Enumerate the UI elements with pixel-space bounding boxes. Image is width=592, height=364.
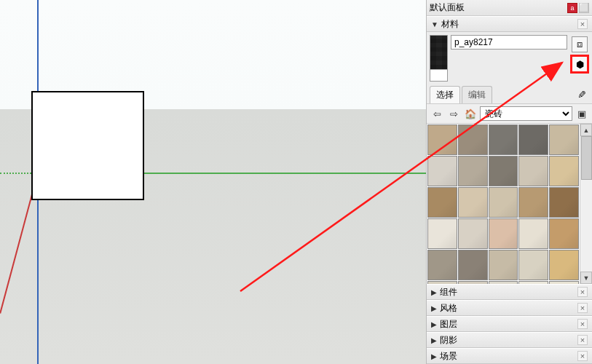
panel-close-button[interactable]: × bbox=[577, 303, 588, 313]
tray-title: 默认面板 bbox=[430, 1, 465, 14]
tab-select[interactable]: 选择 bbox=[430, 86, 460, 103]
panel-close-button[interactable]: × bbox=[577, 19, 588, 29]
scrollbar[interactable]: ▲ ▼ bbox=[580, 124, 592, 284]
panel-header-collapsed[interactable]: ▶ 图层 × bbox=[427, 316, 592, 332]
nav-forward-button[interactable]: ⇨ bbox=[446, 106, 461, 121]
nav-back-button[interactable]: ⇦ bbox=[430, 106, 444, 121]
collapse-icon: ▶ bbox=[431, 320, 437, 328]
panel-close-button[interactable]: × bbox=[577, 287, 588, 297]
material-swatch[interactable] bbox=[427, 124, 457, 155]
viewport-3d[interactable] bbox=[0, 0, 426, 364]
material-swatch-grid bbox=[427, 124, 580, 284]
eyedropper-icon: ✎ bbox=[577, 89, 586, 100]
collapse-icon: ▶ bbox=[431, 288, 437, 296]
nav-home-button[interactable]: 🏠 bbox=[463, 106, 478, 121]
tab-edit[interactable]: 编辑 bbox=[462, 86, 492, 103]
material-swatch[interactable] bbox=[549, 218, 579, 249]
material-swatch[interactable] bbox=[549, 124, 579, 155]
cube-icon: ⧈ bbox=[577, 39, 583, 50]
material-swatch[interactable] bbox=[427, 218, 457, 249]
scroll-thumb[interactable] bbox=[581, 136, 592, 180]
material-swatch[interactable] bbox=[458, 250, 488, 280]
material-swatch[interactable] bbox=[489, 218, 518, 249]
home-icon: 🏠 bbox=[465, 108, 476, 119]
pin-button[interactable]: a bbox=[567, 3, 577, 13]
material-swatch[interactable] bbox=[518, 250, 548, 280]
panel-title: 组件 bbox=[440, 286, 457, 298]
panel-header-collapsed[interactable]: ▶ 阴影 × bbox=[427, 332, 592, 348]
forward-icon: ⇨ bbox=[450, 108, 458, 119]
material-swatch[interactable] bbox=[489, 187, 518, 218]
material-swatch[interactable] bbox=[427, 187, 457, 218]
material-swatch[interactable] bbox=[489, 124, 518, 155]
add-to-model-button[interactable]: ⧈ bbox=[572, 36, 588, 52]
material-swatch[interactable] bbox=[549, 156, 579, 186]
material-swatch[interactable] bbox=[518, 187, 548, 218]
panel-title: 图层 bbox=[440, 318, 457, 331]
eyedropper-button[interactable]: ✎ bbox=[575, 87, 589, 102]
panel-header-collapsed[interactable]: ▶ 场景 × bbox=[427, 348, 592, 364]
material-swatch[interactable] bbox=[518, 156, 548, 186]
current-material-preview[interactable] bbox=[430, 35, 448, 82]
panel-header-collapsed[interactable]: ▶ 组件 × bbox=[427, 284, 592, 300]
material-swatch[interactable] bbox=[549, 187, 579, 218]
category-select[interactable]: 瓷砖 bbox=[480, 106, 572, 121]
detail-icon: ▣ bbox=[577, 108, 586, 119]
expand-icon: ▼ bbox=[431, 20, 438, 28]
panel-close-button[interactable]: × bbox=[577, 351, 588, 361]
maximize-button[interactable]: ⬜ bbox=[579, 3, 589, 13]
panel-close-button[interactable]: × bbox=[577, 335, 588, 345]
material-swatch[interactable] bbox=[427, 250, 457, 280]
panel-title: 材料 bbox=[441, 18, 459, 31]
default-tray: 默认面板 a ⬜ ▼ 材料 × ⧈ ⬢ bbox=[426, 0, 592, 364]
material-swatch[interactable] bbox=[458, 124, 488, 155]
tray-titlebar[interactable]: 默认面板 a ⬜ bbox=[427, 0, 592, 16]
collapse-icon: ▶ bbox=[431, 336, 437, 344]
create-material-button[interactable]: ⬢ bbox=[570, 55, 589, 74]
material-swatch[interactable] bbox=[489, 250, 518, 280]
panel-title: 风格 bbox=[440, 302, 457, 314]
material-swatch[interactable] bbox=[518, 218, 548, 249]
scroll-up-button[interactable]: ▲ bbox=[580, 124, 592, 136]
model-face[interactable] bbox=[31, 91, 144, 200]
material-swatch[interactable] bbox=[549, 250, 579, 280]
material-swatch[interactable] bbox=[427, 156, 457, 186]
materials-panel-body: ⧈ ⬢ 选择 编辑 ✎ ⇦ ⇨ 🏠 瓷砖 ▣ bbox=[427, 32, 592, 284]
collapse-icon: ▶ bbox=[431, 352, 437, 360]
panel-title: 场景 bbox=[440, 350, 457, 363]
material-swatch[interactable] bbox=[458, 218, 488, 249]
material-name-input[interactable] bbox=[451, 35, 567, 50]
material-swatch[interactable] bbox=[458, 156, 488, 186]
panel-title: 阴影 bbox=[440, 334, 457, 347]
panel-close-button[interactable]: × bbox=[577, 319, 588, 329]
material-swatch[interactable] bbox=[518, 124, 548, 155]
create-material-icon: ⬢ bbox=[576, 59, 584, 70]
detail-view-button[interactable]: ▣ bbox=[575, 106, 589, 121]
scroll-down-button[interactable]: ▼ bbox=[580, 272, 592, 284]
panel-header-materials[interactable]: ▼ 材料 × bbox=[427, 16, 592, 32]
material-swatch[interactable] bbox=[458, 187, 488, 218]
panel-header-collapsed[interactable]: ▶ 风格 × bbox=[427, 300, 592, 316]
material-swatch[interactable] bbox=[489, 156, 518, 186]
back-icon: ⇦ bbox=[433, 108, 441, 119]
collapse-icon: ▶ bbox=[431, 304, 437, 312]
